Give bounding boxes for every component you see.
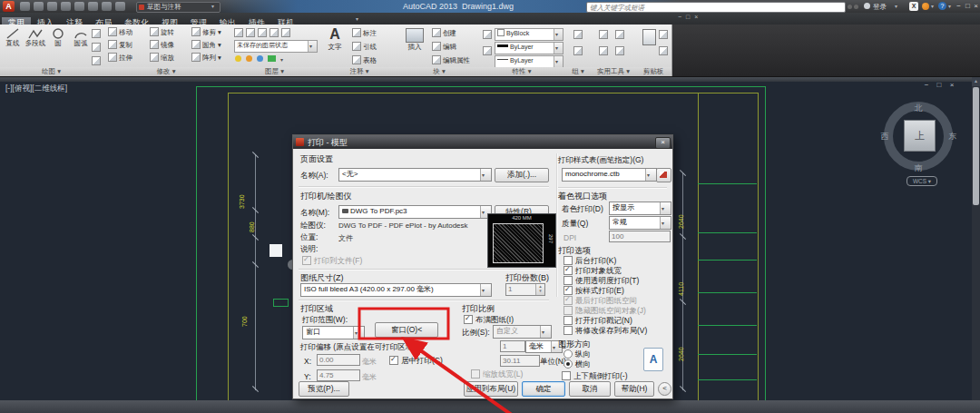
panel-title-utilities[interactable]: 实用工具 ▾ xyxy=(592,67,635,76)
object-color-dropdown[interactable]: ByBlock xyxy=(495,28,564,41)
exchange-apps-icon[interactable]: X xyxy=(909,2,918,11)
plot-to-file-checkbox[interactable]: 打印到文件(F) xyxy=(302,256,362,265)
tool-modify-复制[interactable]: 复制 xyxy=(108,40,132,51)
tool-insert-block[interactable]: 插入 xyxy=(403,26,426,52)
scale-dropdown[interactable]: 自定义 xyxy=(493,325,552,339)
apply-to-layout-button[interactable]: 应用到布局(U) xyxy=(464,381,518,397)
panel-title-clipboard[interactable]: 剪贴板 xyxy=(635,67,671,76)
tool-polyline[interactable]: 多段线 xyxy=(24,27,47,47)
layer-state-dropdown[interactable]: 未保存的图层状态 xyxy=(234,40,318,53)
linetype-dropdown[interactable]: ByLayer xyxy=(495,55,564,68)
cancel-button[interactable]: 取消 xyxy=(569,381,611,397)
tool-modify-缩放[interactable]: 缩放 xyxy=(150,53,174,64)
tool-edit-attributes[interactable]: 编辑属性 xyxy=(432,55,470,66)
panel-title-draw[interactable]: 绘图 ▾ xyxy=(0,67,103,76)
tool-line[interactable]: 直线 xyxy=(1,27,24,47)
tool-text[interactable]: A 文字 xyxy=(323,26,347,52)
upside-down-checkbox[interactable]: 上下颠倒打印(-) xyxy=(562,371,628,380)
layer-properties-icon[interactable] xyxy=(234,28,243,37)
panel-title-block[interactable]: 块 ▾ xyxy=(399,67,479,76)
dialog-close-button[interactable]: × xyxy=(655,137,671,149)
edit-plot-style-button[interactable] xyxy=(656,168,671,182)
page-setup-name-dropdown[interactable]: <无> xyxy=(338,168,492,182)
panel-title-group[interactable]: 组 ▾ xyxy=(564,67,592,76)
preview-button[interactable]: 预览(P)... xyxy=(299,381,349,397)
plot-option-checkbox[interactable]: 隐藏图纸空间对象(J) xyxy=(564,306,646,315)
tool-dimension[interactable]: 标注 xyxy=(352,28,377,39)
plot-option-checkbox[interactable]: 最后打印图纸空间 xyxy=(564,296,637,305)
vertical-scrollbar[interactable]: ▴ xyxy=(972,76,980,413)
compass-west[interactable]: 西 xyxy=(879,131,890,143)
center-plot-checkbox[interactable]: 居中打印(C) xyxy=(389,356,443,365)
plot-option-checkbox[interactable]: 打印对象线宽 xyxy=(564,266,622,275)
scale-unit-dropdown[interactable]: 毫米 xyxy=(525,340,563,353)
plot-style-dropdown[interactable]: monochrome.ctb xyxy=(562,168,657,182)
scrollbar-thumb[interactable] xyxy=(973,87,979,205)
search-binoculars-icon[interactable] xyxy=(848,5,852,9)
ungroup-icon[interactable] xyxy=(573,46,583,55)
match-properties-icon[interactable] xyxy=(483,30,492,39)
wcs-dropdown[interactable]: WCS ▾ xyxy=(906,176,937,186)
tool-modify-旋转[interactable]: 旋转 xyxy=(150,27,174,38)
tool-modify-镜像[interactable]: 镜像 xyxy=(150,40,174,51)
ok-button[interactable]: 确定 xyxy=(522,381,565,397)
window-pick-button[interactable]: 窗口(O)< xyxy=(375,322,438,338)
scale-numerator-field[interactable]: 1 xyxy=(500,340,525,352)
tool-modify-移动[interactable]: 移动 xyxy=(108,27,132,38)
maximize-button[interactable]: □ xyxy=(964,2,972,11)
viewcube-top-face[interactable]: 上 xyxy=(904,120,936,152)
rectangle-flyout-icon[interactable] xyxy=(92,29,101,38)
plot-option-checkbox[interactable]: 按样式打印(E) xyxy=(564,286,624,295)
hatch-flyout-icon[interactable] xyxy=(92,56,101,65)
layer-freeze-icon[interactable] xyxy=(258,28,267,37)
paper-size-dropdown[interactable]: ISO full bleed A3 (420.00 x 297.00 毫米) xyxy=(300,283,492,297)
a360-cloud-icon[interactable] xyxy=(922,3,929,10)
tool-table[interactable]: 表格 xyxy=(352,55,377,66)
ellipse-flyout-icon[interactable] xyxy=(92,43,101,52)
id-point-icon[interactable] xyxy=(599,46,608,55)
doc-minimize-button[interactable]: − xyxy=(922,81,931,89)
signin-caret-icon[interactable]: ▾ xyxy=(895,4,897,9)
tool-arc[interactable]: 圆弧 xyxy=(69,27,93,47)
tab-overflow-caret-icon[interactable]: ▾ xyxy=(356,16,358,22)
plot-option-checkbox[interactable]: 打开打印戳记(N) xyxy=(564,316,632,325)
layer-match-icon[interactable] xyxy=(281,28,290,37)
offset-x-field[interactable]: 0.00 xyxy=(317,354,360,366)
portrait-radio[interactable]: 纵向 xyxy=(564,349,591,359)
printer-name-dropdown[interactable]: DWG To PDF.pc3 xyxy=(338,205,492,219)
fit-to-paper-checkbox[interactable]: 布满图纸(I) xyxy=(464,315,514,324)
measure-icon[interactable] xyxy=(599,30,608,39)
panel-title-annotation[interactable]: 注释 ▾ xyxy=(319,67,399,76)
layer-off-icon[interactable] xyxy=(246,28,255,37)
scroll-up-icon[interactable]: ▴ xyxy=(972,76,980,86)
tool-leader[interactable]: 引线 xyxy=(352,42,377,53)
selection-grip[interactable] xyxy=(270,244,282,257)
tool-modify-圆角[interactable]: 圆角 ▾ xyxy=(191,40,221,51)
layer-color-swatch[interactable] xyxy=(268,55,276,62)
panel-title-layers[interactable]: 图层 ▾ xyxy=(230,67,319,76)
help-button[interactable]: 帮助(H) xyxy=(614,381,654,397)
quality-dropdown[interactable]: 常规 xyxy=(609,216,671,230)
tool-circle[interactable]: 圆 xyxy=(46,27,70,47)
add-page-setup-button[interactable]: 添加(.)... xyxy=(495,168,549,182)
copy-clip-icon[interactable] xyxy=(659,30,668,39)
cloud-caret-icon[interactable]: ▾ xyxy=(931,4,934,9)
lineweight-dropdown[interactable]: ByLayer xyxy=(495,42,564,54)
scale-lineweights-checkbox[interactable]: 缩放线宽(L) xyxy=(471,369,523,379)
panel-title-modify[interactable]: 修改 ▾ xyxy=(103,67,230,76)
layer-caret-icon[interactable]: ▾ xyxy=(280,57,283,63)
plot-option-checkbox[interactable]: 将修改保存到布局(V) xyxy=(564,326,647,335)
infocenter-search[interactable] xyxy=(586,2,846,13)
properties-list-icon[interactable] xyxy=(483,46,492,55)
tool-create-block[interactable]: 创建 xyxy=(432,28,456,39)
plot-option-checkbox[interactable]: 后台打印(K) xyxy=(564,256,616,265)
compass-south[interactable]: 南 xyxy=(913,162,924,174)
panel-title-properties[interactable]: 特性 ▾ xyxy=(479,67,564,76)
cut-icon[interactable] xyxy=(659,46,668,55)
tool-modify-阵列[interactable]: 阵列 ▾ xyxy=(191,53,221,64)
layer-unlock-icon[interactable] xyxy=(257,55,263,62)
dpi-field[interactable]: 100 xyxy=(609,231,671,242)
quick-select-icon[interactable] xyxy=(615,30,624,39)
group-icon[interactable] xyxy=(573,30,583,39)
compass-north[interactable]: 北 xyxy=(913,103,924,114)
